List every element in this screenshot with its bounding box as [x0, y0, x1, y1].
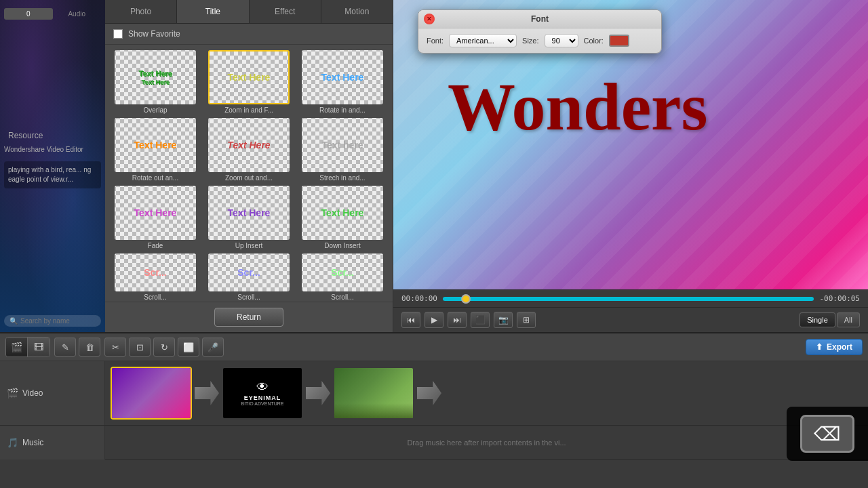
transition-button[interactable]: ⬜	[178, 338, 199, 357]
effect-scroll-1[interactable]: Scr... Scroll...	[111, 253, 200, 301]
effect-thumb-zoomout: Text Here	[208, 118, 290, 172]
video-track-content: 👁 EYENIMAL BITIO ADVENTURE	[105, 361, 868, 425]
delete-button[interactable]: 🗑	[79, 338, 100, 357]
video-track-label: 🎬 Video	[0, 361, 105, 425]
transition-2[interactable]	[306, 381, 330, 405]
panel-controls: Show Favorite	[105, 24, 393, 45]
music-placeholder: Drag music here after import contents in…	[407, 439, 566, 447]
effect-strech-in[interactable]: Text here Strech in and...	[298, 118, 387, 182]
effect-rotate-out[interactable]: Text Here Rotate out an...	[111, 118, 200, 182]
rotate-button[interactable]: ↻	[153, 338, 175, 357]
font-dialog: ✕ Font Font: American... Size: 90 Color:	[418, 9, 662, 54]
font-select[interactable]: American...	[449, 34, 517, 47]
music-track-label: 🎵 Music	[0, 426, 105, 460]
effect-thumb-strechin: Text here	[302, 118, 383, 172]
effect-scroll-2[interactable]: Scr... Scroll...	[204, 253, 294, 301]
sidebar-description: playing with a bird, rea... ng eagle poi…	[4, 161, 101, 188]
mode-all-button[interactable]: All	[837, 312, 860, 327]
font-dialog-header: ✕ Font	[418, 10, 661, 28]
search-icon: 🔍	[9, 317, 18, 325]
stop-button[interactable]: ⬛	[471, 312, 490, 328]
show-favorite-label: Show Favorite	[128, 29, 180, 39]
sidebar-resource-label: Resource	[4, 128, 101, 143]
progress-thumb[interactable]	[461, 294, 471, 304]
return-button[interactable]: Return	[214, 308, 283, 327]
sidebar-editor-label: Wondershare Video Editor	[4, 143, 101, 156]
backspace-button[interactable]: ⌫	[800, 415, 854, 453]
music-track-content: Drag music here after import contents in…	[105, 426, 868, 459]
video-clip-1[interactable]	[111, 367, 192, 420]
effect-thumb-upinsert: Text Here	[208, 186, 290, 240]
progress-track-container	[443, 297, 814, 301]
effect-overlap[interactable]: Text HereText Here Overlap	[111, 50, 200, 114]
preview-wonders-text: Wonders	[448, 68, 707, 146]
effect-up-insert[interactable]: Text Here Up Insert	[204, 186, 294, 249]
progress-track[interactable]	[443, 297, 814, 301]
video-clip-3[interactable]	[333, 367, 414, 420]
effect-rotate-in[interactable]: Text Here Rotate in and...	[298, 50, 387, 114]
screenshot-button[interactable]: 📷	[494, 312, 513, 328]
video-track-icon: 🎬	[7, 388, 18, 399]
size-select[interactable]: 90	[545, 34, 578, 47]
effect-scroll-3[interactable]: Scr... Scroll...	[298, 253, 387, 301]
panel-return: Return	[105, 302, 393, 332]
effect-thumb-fade: Text Here	[115, 186, 196, 240]
preview-area: Wonders ✕ Font Font: American... Size: 9…	[393, 0, 868, 332]
effect-thumb-rotateout: Text Here	[115, 118, 196, 172]
timeline-actions: ✎ 🗑	[54, 338, 100, 357]
sidebar: 0 Audio Resource Wondershare Video Edito…	[0, 0, 105, 332]
sidebar-tab-audio[interactable]: Audio	[53, 8, 102, 20]
mode-buttons: Single All	[800, 312, 860, 327]
music-track: 🎵 Music Drag music here after import con…	[0, 426, 868, 460]
effect-zoom-in[interactable]: Text Here Zoom in and F...	[204, 50, 294, 114]
mode-single-button[interactable]: Single	[800, 312, 835, 327]
sidebar-content: 0 Audio Resource Wondershare Video Edito…	[0, 0, 105, 194]
timeline-section: 🎬 🎞 ✎ 🗑 ✂ ⊡ ↻ ⬜ 🎤 ⬆ Export 🎬 Video	[0, 332, 868, 488]
timeline-tracks: 🎬 Video 👁 EYENIMAL BITIO ADVENTURE	[0, 361, 868, 488]
export-icon: ⬆	[816, 342, 823, 352]
cut-button[interactable]: ✂	[104, 338, 126, 357]
rewind-button[interactable]: ⏮	[401, 312, 420, 328]
effect-down-insert[interactable]: Text Here Down Insert	[298, 186, 387, 249]
audio-button[interactable]: 🎤	[202, 338, 224, 357]
effect-fade[interactable]: Text Here Fade	[111, 186, 200, 249]
tab-photo[interactable]: Photo	[105, 0, 177, 23]
fullscreen-button[interactable]: ⊞	[517, 312, 536, 328]
view-mode-group: 🎬 🎞	[5, 337, 50, 357]
tab-effect[interactable]: Effect	[250, 0, 321, 23]
timeline-toolbar: 🎬 🎞 ✎ 🗑 ✂ ⊡ ↻ ⬜ 🎤 ⬆ Export	[0, 333, 868, 361]
transport-bar: 00:00:00 -00:00:05	[393, 289, 868, 307]
effect-thumb-zoom: Text Here	[208, 50, 290, 104]
transition-1[interactable]	[195, 381, 219, 405]
transition-3[interactable]	[417, 381, 441, 405]
preview-video: Wonders ✕ Font Font: American... Size: 9…	[393, 0, 868, 289]
sidebar-search: 🔍	[4, 315, 101, 327]
effect-thumb-rotatein: Text Here	[302, 50, 383, 104]
search-input[interactable]	[20, 317, 105, 325]
video-clip-2[interactable]: 👁 EYENIMAL BITIO ADVENTURE	[222, 367, 303, 420]
tab-motion[interactable]: Motion	[321, 0, 393, 23]
effect-thumb-scroll3: Scr...	[302, 253, 383, 291]
sidebar-tab-0[interactable]: 0	[4, 8, 53, 20]
effect-zoom-out[interactable]: Text Here Zoom out and...	[204, 118, 294, 182]
effect-thumb-scroll2: Scr...	[208, 253, 290, 291]
timeline-view-button[interactable]: 🎞	[28, 338, 50, 357]
effect-thumb-scroll1: Scr...	[115, 253, 196, 291]
effects-grid: Text HereText Here Overlap Text Here Zoo…	[105, 45, 393, 302]
tab-title[interactable]: Title	[177, 0, 249, 23]
color-swatch[interactable]	[609, 35, 629, 47]
font-dialog-close-button[interactable]: ✕	[424, 14, 435, 24]
export-button[interactable]: ⬆ Export	[806, 339, 863, 355]
storyboard-view-button[interactable]: 🎬	[6, 338, 28, 357]
font-dialog-body: Font: American... Size: 90 Color:	[418, 28, 661, 53]
fast-forward-button[interactable]: ⏭	[448, 312, 467, 328]
edit-button[interactable]: ✎	[54, 338, 76, 357]
timeline-tools: ✂ ⊡ ↻ ⬜ 🎤	[104, 338, 224, 357]
time-remaining: -00:00:05	[819, 294, 860, 303]
play-button[interactable]: ▶	[425, 312, 443, 328]
trim-button[interactable]: ⊡	[129, 338, 151, 357]
effect-thumb-overlap: Text HereText Here	[115, 50, 196, 104]
show-favorite-checkbox[interactable]	[113, 29, 123, 39]
controls-bar: ⏮ ▶ ⏭ ⬛ 📷 ⊞ Single All	[393, 307, 868, 332]
sidebar-tabs: 0 Audio	[4, 8, 101, 20]
